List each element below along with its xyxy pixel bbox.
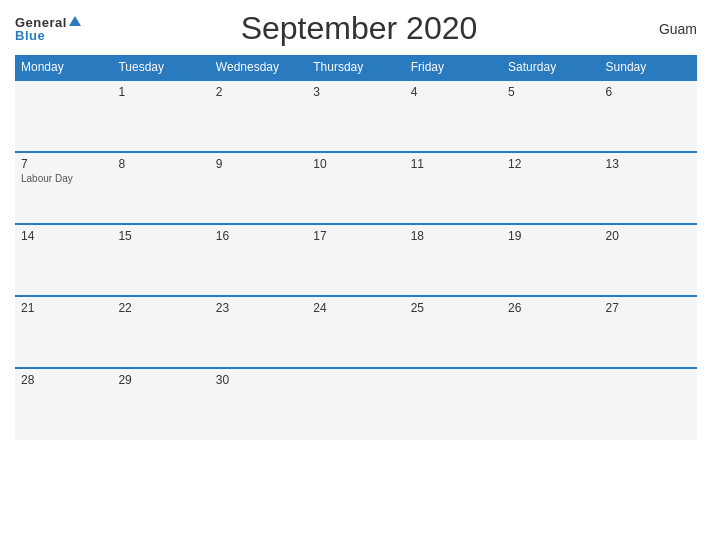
day-number: 10	[313, 157, 398, 171]
calendar-day-cell	[307, 368, 404, 440]
calendar-day-cell: 14	[15, 224, 112, 296]
day-number: 9	[216, 157, 301, 171]
calendar-day-cell: 17	[307, 224, 404, 296]
day-number: 13	[606, 157, 691, 171]
calendar-day-cell: 5	[502, 80, 599, 152]
calendar-day-cell: 7Labour Day	[15, 152, 112, 224]
calendar-day-cell: 27	[600, 296, 697, 368]
calendar-day-cell: 15	[112, 224, 209, 296]
calendar-day-cell	[15, 80, 112, 152]
calendar-day-cell: 11	[405, 152, 502, 224]
calendar-table: MondayTuesdayWednesdayThursdayFridaySatu…	[15, 55, 697, 440]
day-number: 8	[118, 157, 203, 171]
weekday-header-row: MondayTuesdayWednesdayThursdayFridaySatu…	[15, 55, 697, 80]
logo: General Blue	[15, 16, 81, 42]
calendar-day-cell: 16	[210, 224, 307, 296]
calendar-day-cell: 21	[15, 296, 112, 368]
calendar-container: General Blue September 2020 Guam MondayT…	[0, 0, 712, 550]
day-number: 14	[21, 229, 106, 243]
calendar-day-cell	[405, 368, 502, 440]
calendar-day-cell: 23	[210, 296, 307, 368]
region-label: Guam	[637, 21, 697, 37]
calendar-week-row: 123456	[15, 80, 697, 152]
day-number: 30	[216, 373, 301, 387]
calendar-day-cell: 22	[112, 296, 209, 368]
weekday-header-saturday: Saturday	[502, 55, 599, 80]
calendar-header: General Blue September 2020 Guam	[15, 10, 697, 47]
calendar-day-cell: 18	[405, 224, 502, 296]
calendar-day-cell: 2	[210, 80, 307, 152]
day-number: 23	[216, 301, 301, 315]
calendar-day-cell: 24	[307, 296, 404, 368]
calendar-week-row: 7Labour Day8910111213	[15, 152, 697, 224]
calendar-day-cell: 19	[502, 224, 599, 296]
day-number: 16	[216, 229, 301, 243]
calendar-title: September 2020	[81, 10, 637, 47]
day-number: 11	[411, 157, 496, 171]
calendar-day-cell: 26	[502, 296, 599, 368]
day-number: 20	[606, 229, 691, 243]
day-number: 1	[118, 85, 203, 99]
calendar-day-cell: 12	[502, 152, 599, 224]
calendar-day-cell: 8	[112, 152, 209, 224]
calendar-day-cell: 6	[600, 80, 697, 152]
logo-blue-text: Blue	[15, 29, 45, 42]
calendar-day-cell	[502, 368, 599, 440]
calendar-day-cell: 20	[600, 224, 697, 296]
weekday-header-tuesday: Tuesday	[112, 55, 209, 80]
calendar-day-cell: 13	[600, 152, 697, 224]
day-number: 18	[411, 229, 496, 243]
logo-triangle-icon	[69, 16, 81, 26]
weekday-header-sunday: Sunday	[600, 55, 697, 80]
calendar-day-cell: 29	[112, 368, 209, 440]
weekday-header-thursday: Thursday	[307, 55, 404, 80]
logo-general-text: General	[15, 16, 67, 29]
day-number: 12	[508, 157, 593, 171]
day-number: 27	[606, 301, 691, 315]
day-number: 26	[508, 301, 593, 315]
day-number: 5	[508, 85, 593, 99]
calendar-day-cell: 30	[210, 368, 307, 440]
weekday-header-wednesday: Wednesday	[210, 55, 307, 80]
calendar-day-cell	[600, 368, 697, 440]
day-number: 25	[411, 301, 496, 315]
day-number: 29	[118, 373, 203, 387]
calendar-week-row: 21222324252627	[15, 296, 697, 368]
day-number: 6	[606, 85, 691, 99]
weekday-header-friday: Friday	[405, 55, 502, 80]
day-number: 21	[21, 301, 106, 315]
holiday-label: Labour Day	[21, 173, 106, 184]
day-number: 24	[313, 301, 398, 315]
calendar-day-cell: 9	[210, 152, 307, 224]
calendar-day-cell: 28	[15, 368, 112, 440]
day-number: 2	[216, 85, 301, 99]
day-number: 3	[313, 85, 398, 99]
calendar-week-row: 282930	[15, 368, 697, 440]
day-number: 15	[118, 229, 203, 243]
calendar-day-cell: 25	[405, 296, 502, 368]
day-number: 28	[21, 373, 106, 387]
weekday-header-monday: Monday	[15, 55, 112, 80]
calendar-day-cell: 4	[405, 80, 502, 152]
calendar-day-cell: 3	[307, 80, 404, 152]
calendar-day-cell: 10	[307, 152, 404, 224]
day-number: 4	[411, 85, 496, 99]
calendar-day-cell: 1	[112, 80, 209, 152]
day-number: 7	[21, 157, 106, 171]
day-number: 17	[313, 229, 398, 243]
calendar-week-row: 14151617181920	[15, 224, 697, 296]
day-number: 19	[508, 229, 593, 243]
day-number: 22	[118, 301, 203, 315]
